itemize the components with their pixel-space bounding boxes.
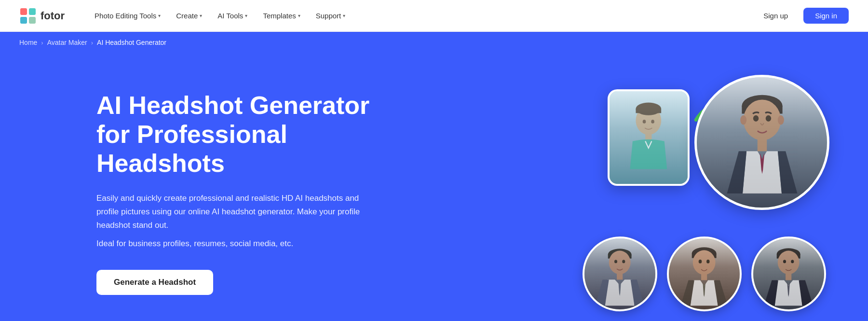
- svg-point-25: [622, 260, 625, 263]
- hero-title: AI Headshot Generator for Professional H…: [96, 91, 376, 178]
- chevron-down-icon: ▾: [200, 13, 202, 18]
- person-image-1: [584, 238, 655, 309]
- nav-create[interactable]: Create ▾: [169, 8, 209, 24]
- signup-button[interactable]: Sign up: [754, 8, 798, 24]
- chevron-down-icon: ▾: [158, 13, 161, 18]
- svg-rect-2: [29, 8, 36, 15]
- nav-photo-editing[interactable]: Photo Editing Tools ▾: [88, 8, 167, 24]
- svg-rect-4: [29, 17, 36, 24]
- logo[interactable]: fotor: [19, 7, 65, 25]
- chevron-down-icon: ▾: [343, 13, 345, 18]
- headshot-circle-1: [583, 237, 657, 311]
- main-headshot-circle: [694, 75, 829, 210]
- source-photo-before: [608, 89, 690, 186]
- breadcrumb: Home › Avatar Maker › AI Headshot Genera…: [0, 32, 868, 53]
- svg-rect-35: [786, 273, 791, 280]
- nav-links: Photo Editing Tools ▾ Create ▾ AI Tools …: [88, 8, 754, 24]
- svg-point-24: [614, 260, 617, 263]
- nav-actions: Sign up Sign in: [754, 8, 849, 24]
- hero-ideal-text: Ideal for business profiles, resumes, so…: [96, 239, 376, 249]
- source-person-image: [610, 91, 688, 184]
- person-image-2: [669, 238, 740, 309]
- hero-image-collage: [579, 75, 829, 311]
- person-image-3: [753, 238, 824, 309]
- svg-point-9: [643, 120, 646, 124]
- breadcrumb-home[interactable]: Home: [19, 39, 37, 46]
- headshot-circle-2: [667, 237, 742, 311]
- svg-rect-1: [20, 8, 27, 15]
- fotor-logo-icon: [19, 7, 37, 25]
- headshot-circle-3: [751, 237, 826, 311]
- svg-rect-7: [636, 109, 662, 113]
- nav-templates[interactable]: Templates ▾: [256, 8, 307, 24]
- svg-rect-17: [757, 139, 766, 151]
- svg-point-19: [765, 115, 771, 121]
- hero-section: AI Headshot Generator for Professional H…: [0, 53, 868, 321]
- svg-rect-29: [701, 274, 707, 280]
- breadcrumb-separator: ›: [91, 39, 93, 46]
- hero-content: AI Headshot Generator for Professional H…: [96, 91, 376, 295]
- svg-point-30: [699, 260, 702, 264]
- breadcrumb-avatar-maker[interactable]: Avatar Maker: [47, 39, 87, 46]
- breadcrumb-current: AI Headshot Generator: [97, 39, 166, 46]
- svg-point-10: [651, 120, 654, 124]
- hero-description: Easily and quickly create professional a…: [96, 192, 376, 232]
- svg-point-14: [743, 99, 781, 140]
- navbar: fotor Photo Editing Tools ▾ Create ▾ AI …: [0, 0, 868, 32]
- svg-point-31: [706, 260, 710, 264]
- svg-rect-23: [617, 273, 623, 279]
- nav-support[interactable]: Support ▾: [309, 8, 353, 24]
- svg-point-36: [783, 260, 786, 263]
- bottom-circle-group: [579, 237, 829, 311]
- svg-rect-3: [20, 17, 27, 24]
- svg-point-37: [791, 260, 794, 263]
- breadcrumb-separator: ›: [41, 39, 43, 46]
- svg-point-16: [777, 115, 784, 124]
- chevron-down-icon: ▾: [298, 13, 300, 18]
- nav-ai-tools[interactable]: AI Tools ▾: [211, 8, 254, 24]
- signin-button[interactable]: Sign in: [803, 8, 849, 24]
- main-person-image: [697, 77, 827, 208]
- svg-point-22: [609, 251, 631, 275]
- brand-name: fotor: [41, 10, 65, 22]
- generate-headshot-button[interactable]: Generate a Headshot: [96, 270, 213, 295]
- chevron-down-icon: ▾: [245, 13, 247, 18]
- svg-point-18: [753, 115, 758, 121]
- svg-point-15: [740, 115, 746, 124]
